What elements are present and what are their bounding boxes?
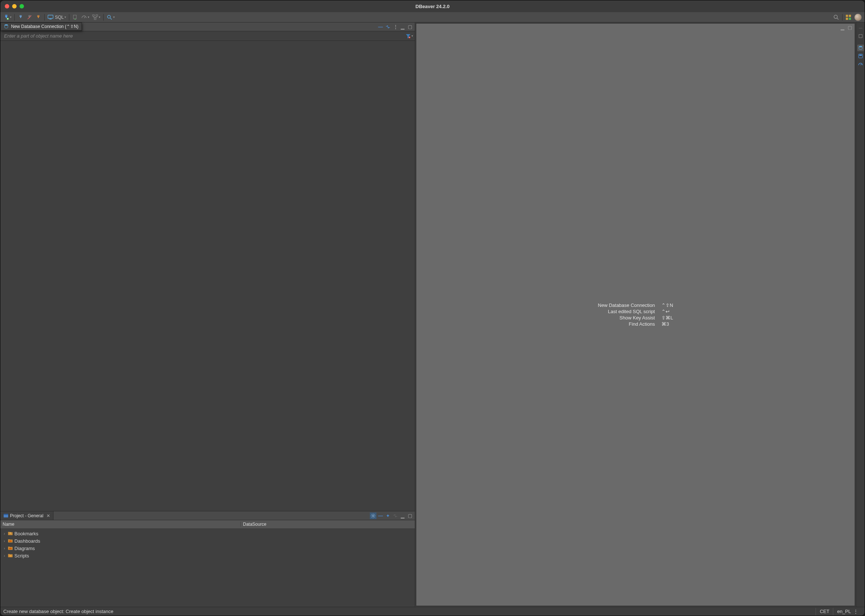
svg-rect-20 — [9, 555, 11, 557]
svg-rect-18 — [9, 541, 12, 542]
plug-settings-icon — [35, 14, 41, 20]
svg-rect-19 — [9, 548, 12, 549]
funnel-icon — [406, 33, 411, 39]
tree-row-diagrams[interactable]: › Diagrams — [0, 545, 415, 552]
nav-menu-button[interactable]: ⋮ — [392, 24, 399, 30]
toolbar-separator — [103, 14, 104, 20]
navigator-filter-input[interactable] — [0, 33, 404, 39]
shortcut-label: New Database Connection — [598, 302, 655, 308]
project-link-button[interactable] — [392, 512, 399, 519]
toolbar-separator — [14, 14, 15, 20]
project-collapse-button[interactable]: — — [377, 512, 384, 519]
commit-button[interactable] — [71, 13, 80, 21]
link-arrows-icon — [393, 513, 398, 519]
dropdown-arrow-icon: ▾ — [99, 16, 100, 19]
tree-row-scripts[interactable]: › Scripts — [0, 552, 415, 559]
plug-disconnect-icon — [27, 14, 32, 20]
svg-rect-3 — [73, 15, 76, 19]
project-general-tab[interactable]: Project - General ✕ — [0, 511, 54, 520]
shortcut-keys: ⌃⇧N — [662, 302, 673, 308]
tree-row-bookmarks[interactable]: › Bookmarks — [0, 530, 415, 537]
nav-collapse-button[interactable]: — — [377, 24, 384, 30]
svg-rect-4 — [93, 15, 95, 16]
svg-rect-23 — [859, 54, 862, 58]
account-button[interactable] — [853, 13, 863, 21]
column-datasource[interactable]: DataSource — [241, 522, 415, 527]
folder-bookmark-icon — [8, 531, 13, 536]
nav-minimize-button[interactable]: ▁ — [399, 24, 406, 30]
svg-rect-5 — [96, 15, 98, 16]
close-window-button[interactable] — [5, 4, 9, 8]
folder-script-icon — [8, 553, 13, 558]
connect-button[interactable] — [16, 13, 25, 21]
perspective-icon — [846, 14, 851, 20]
project-tree: › Bookmarks › Dashboards › Diagrams › — [0, 528, 415, 607]
diagram-icon — [92, 14, 98, 20]
dropdown-arrow-icon: ▾ — [88, 16, 89, 19]
editor-toolbar: ▁ ▢ — [416, 24, 855, 31]
svg-point-13 — [5, 24, 8, 26]
column-name[interactable]: Name — [0, 522, 241, 527]
tree-label: Bookmarks — [14, 531, 38, 536]
project-tabbar: Project - General ✕ — + ▁ ▢ — [0, 511, 415, 520]
status-timezone[interactable]: CET — [816, 608, 833, 615]
tree-label: Diagrams — [14, 545, 35, 551]
svg-rect-16 — [4, 514, 8, 515]
folder-diagram-icon — [8, 545, 13, 551]
dashboard-toolbar-button[interactable]: ▾ — [80, 13, 91, 21]
status-menu-icon: ⋮ — [853, 609, 858, 614]
dropdown-arrow-icon: ▾ — [10, 16, 11, 19]
nav-link-editor-button[interactable] — [384, 24, 391, 30]
disconnect-button[interactable] — [25, 13, 34, 21]
navigator-filter-button[interactable]: ▾ — [404, 33, 415, 39]
strip-restore-button[interactable] — [857, 33, 864, 39]
editor-pane: ▁ ▢ New Database Connection ⌃⇧N Last edi… — [415, 22, 865, 607]
status-locale[interactable]: en_PL ⋮ — [833, 608, 862, 615]
workbench: ojects New Database Connection (⌃⇧N) — ⋮… — [0, 22, 865, 607]
svg-rect-12 — [849, 18, 851, 20]
perspective-button[interactable] — [844, 13, 853, 21]
close-tab-button[interactable]: ✕ — [46, 513, 50, 519]
window-title: DBeaver 24.2.0 — [416, 4, 450, 9]
project-configure-button[interactable] — [370, 512, 377, 519]
tree-row-dashboards[interactable]: › Dashboards — [0, 537, 415, 545]
tooltip-text: New Database Connection (⌃⇧N) — [11, 24, 79, 29]
navigator-tabbar: ojects New Database Connection (⌃⇧N) — ⋮… — [0, 22, 415, 31]
sql-label: SQL — [55, 15, 64, 20]
project-minimize-button[interactable]: ▁ — [399, 512, 406, 519]
chevron-right-icon: › — [3, 554, 6, 558]
database-nav-icon — [858, 45, 863, 50]
project-maximize-button[interactable]: ▢ — [407, 512, 413, 519]
maximize-window-button[interactable] — [19, 4, 24, 8]
navigator-tree-body[interactable] — [0, 41, 415, 511]
dropdown-arrow-icon: ▾ — [65, 16, 66, 19]
erd-toolbar-button[interactable]: ▾ — [91, 13, 102, 21]
new-connection-tooltip: New Database Connection (⌃⇧N) — [0, 22, 82, 31]
shortcut-label: Last edited SQL script — [598, 309, 655, 314]
sql-editor-button[interactable]: SQL ▾ — [46, 13, 68, 21]
monitor-icon — [47, 14, 54, 20]
nav-maximize-button[interactable]: ▢ — [407, 24, 413, 30]
search-toolbar-button[interactable]: ▾ — [105, 13, 116, 21]
plug-connect-icon — [18, 14, 24, 20]
strip-templates-button[interactable] — [857, 53, 864, 59]
restore-icon — [858, 33, 863, 39]
svg-rect-10 — [849, 15, 851, 17]
strip-navigator-button[interactable] — [857, 45, 864, 51]
navigator-filter-row: ▾ — [0, 31, 415, 41]
search-icon — [833, 14, 839, 20]
editor-shortcuts-hint: New Database Connection ⌃⇧N Last edited … — [598, 302, 673, 327]
strip-more-button[interactable]: ⋯ — [857, 25, 864, 31]
new-connection-button[interactable]: ▾ — [2, 13, 13, 21]
project-add-button[interactable]: + — [384, 512, 391, 519]
driver-manager-button[interactable] — [34, 13, 43, 21]
template-icon — [858, 53, 863, 58]
svg-point-8 — [834, 15, 837, 19]
strip-dashboard-button[interactable] — [857, 61, 864, 68]
minimize-window-button[interactable] — [12, 4, 17, 8]
editor-minimize-button[interactable]: ▁ — [839, 24, 846, 31]
global-search-button[interactable] — [832, 13, 841, 21]
svg-point-17 — [372, 515, 374, 516]
left-pane: ojects New Database Connection (⌃⇧N) — ⋮… — [0, 22, 415, 607]
editor-maximize-button[interactable]: ▢ — [846, 24, 853, 31]
